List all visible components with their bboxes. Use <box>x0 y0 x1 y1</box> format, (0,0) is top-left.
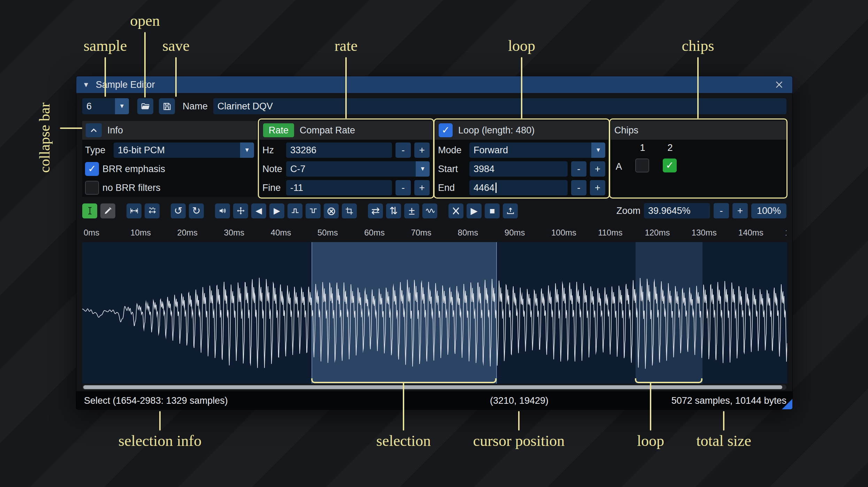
window-collapse-icon[interactable]: ▼ <box>83 81 90 89</box>
preview-button[interactable]: ▶ <box>467 203 482 218</box>
ruler-label: 140ms <box>738 228 763 238</box>
no-brr-filters-row: no BRR filters <box>85 179 254 196</box>
reverse-button[interactable]: ⇄ <box>368 203 383 218</box>
plus-minus-icon: ± <box>409 205 415 216</box>
annotation-loop-bottom-line <box>650 382 651 431</box>
type-select[interactable]: 16-bit PCM ▼ <box>114 142 254 158</box>
info-panel: Info Type 16-bit PCM ▼ ✓ BRR emphasis <box>82 121 257 197</box>
sample-number-select[interactable]: 6 ▼ <box>82 98 129 114</box>
edit-mode-select-button[interactable] <box>82 203 97 218</box>
dropdown-arrow-icon[interactable]: ▼ <box>240 142 254 158</box>
volume-icon <box>218 206 227 215</box>
stretch-icon <box>148 206 157 215</box>
amplify-button[interactable] <box>215 203 230 218</box>
no-brr-filters-label: no BRR filters <box>102 183 161 193</box>
stretch-button[interactable] <box>145 203 160 218</box>
fade-in-icon: ◀ <box>255 207 262 215</box>
folder-open-icon <box>141 102 150 111</box>
upload-button[interactable] <box>503 203 518 218</box>
no-brr-filters-checkbox[interactable] <box>85 181 99 195</box>
annotation-save-line <box>175 57 177 97</box>
type-value: 16-bit PCM <box>114 145 240 156</box>
ruler-label: 130ms <box>692 228 717 238</box>
annotation-selection-bracket <box>311 378 497 383</box>
time-ruler[interactable]: 0ms10ms20ms30ms40ms50ms60ms70ms80ms90ms1… <box>82 226 786 239</box>
scrollbar-thumb[interactable] <box>83 385 782 389</box>
ruler-label: 70ms <box>411 228 431 238</box>
zoom-out-button[interactable]: - <box>714 203 729 218</box>
sample-number-value: 6 <box>82 101 115 112</box>
zoom-label: Zoom <box>616 206 640 216</box>
edit-mode-draw-button[interactable] <box>100 203 115 218</box>
annotation-chips-label: chips <box>682 37 714 55</box>
x-cross-icon <box>452 207 460 215</box>
stop-preview-button[interactable]: ■ <box>485 203 500 218</box>
zoom-in-button[interactable]: + <box>732 203 748 218</box>
annotation-collapse-bar-label: collapse bar <box>36 84 53 173</box>
annotation-sample-label: sample <box>84 37 127 55</box>
redo-icon: ↻ <box>192 206 200 216</box>
name-input[interactable] <box>213 98 786 114</box>
waveform-scrollbar[interactable] <box>82 385 786 390</box>
sample-toolbar: ↺ ↻ ◀ ▶ ⊗ <box>82 203 786 219</box>
total-size-text: 5072 samples, 10144 bytes <box>671 395 786 406</box>
type-label: Type <box>85 145 110 156</box>
pencil-icon <box>103 207 112 215</box>
annotation-loop-outline <box>433 118 610 199</box>
ruler-label: 150ms <box>785 228 786 238</box>
crossfade-button[interactable] <box>448 203 463 218</box>
annotation-selection-info-line <box>159 411 161 431</box>
close-icon <box>775 80 784 89</box>
fade-out-button[interactable]: ▶ <box>269 203 284 218</box>
ruler-label: 60ms <box>364 228 385 238</box>
crop-icon <box>345 207 354 215</box>
annotation-collapse-bar-line <box>60 127 82 129</box>
resize-grip[interactable] <box>782 399 792 409</box>
ruler-label: 10ms <box>130 228 151 238</box>
redo-button[interactable]: ↻ <box>189 203 204 218</box>
ruler-label: 90ms <box>505 228 525 238</box>
floppy-save-icon <box>162 102 172 111</box>
filter-button[interactable] <box>422 203 437 218</box>
zoom-reset-button[interactable]: 100% <box>751 203 786 218</box>
ruler-label: 0ms <box>84 228 99 238</box>
brr-emphasis-checkbox[interactable]: ✓ <box>85 162 99 176</box>
reverse-icon: ⇄ <box>371 206 379 216</box>
ibeam-cursor-icon <box>85 206 94 215</box>
insert-silence-button[interactable] <box>287 203 302 218</box>
close-button[interactable] <box>772 78 786 92</box>
annotation-cursor-position-line <box>518 411 520 431</box>
waveform-canvas[interactable] <box>82 242 787 384</box>
apply-silence-button[interactable] <box>306 203 321 218</box>
save-sample-button[interactable] <box>159 98 175 114</box>
chevron-up-icon <box>89 126 98 135</box>
brr-emphasis-label: BRR emphasis <box>102 164 165 175</box>
normalize-button[interactable] <box>233 203 248 218</box>
undo-icon: ↺ <box>174 206 182 216</box>
waveform-area[interactable] <box>82 242 786 384</box>
collapse-info-button[interactable] <box>86 123 102 137</box>
check-icon: ✓ <box>88 164 96 174</box>
annotation-cursor-position-label: cursor position <box>473 432 565 450</box>
annotation-total-size-line <box>723 411 724 431</box>
annotation-selection-info-label: selection info <box>118 432 201 450</box>
ruler-label: 20ms <box>177 228 198 238</box>
trim-button[interactable] <box>342 203 357 218</box>
annotation-sample-line <box>105 57 106 97</box>
filter-wave-icon <box>425 206 435 215</box>
resize-button[interactable] <box>126 203 141 218</box>
delete-button[interactable]: ⊗ <box>324 203 339 218</box>
open-sample-button[interactable] <box>137 98 153 114</box>
titlebar[interactable]: ▼ Sample Editor <box>76 76 792 93</box>
zoom-input[interactable] <box>644 203 710 218</box>
dropdown-arrow-icon[interactable]: ▼ <box>115 98 129 114</box>
selection-info-text: Select (1654-2983: 1329 samples) <box>84 395 228 406</box>
sign-button[interactable]: ± <box>404 203 419 218</box>
ruler-label: 30ms <box>224 228 245 238</box>
name-label: Name <box>183 101 208 112</box>
cursor-position-text: (3210, 19429) <box>490 395 548 406</box>
invert-button[interactable]: ⇅ <box>386 203 401 218</box>
annotation-chips-outline <box>609 118 788 199</box>
fade-in-button[interactable]: ◀ <box>251 203 266 218</box>
undo-button[interactable]: ↺ <box>171 203 186 218</box>
